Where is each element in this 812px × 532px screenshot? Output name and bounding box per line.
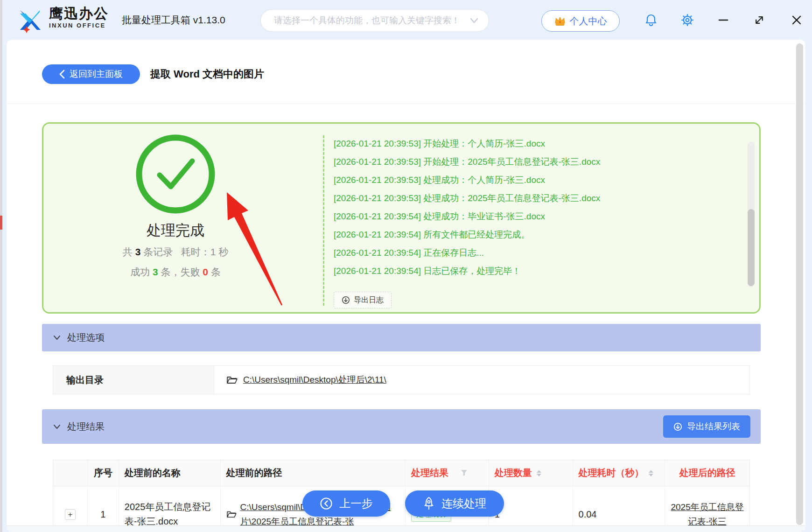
close-icon <box>791 14 803 26</box>
circle-back-icon <box>320 497 333 510</box>
row-expand-button[interactable]: + <box>65 509 76 520</box>
total-count: 3 <box>135 246 141 257</box>
header-result[interactable]: 处理结果 <box>406 460 489 486</box>
header-count[interactable]: 处理数量 <box>489 460 573 486</box>
log-line: [2026-01-21 20:39:54] 日志已保存，处理完毕！ <box>334 262 744 280</box>
table-header-row: 序号 处理前的名称 处理前的路径 处理结果 处理数量 处理耗时（秒） <box>53 460 749 486</box>
header-index: 序号 <box>88 460 119 486</box>
minimize-button[interactable] <box>714 0 733 40</box>
log-line: [2026-01-21 20:39:54] 处理成功：毕业证书-张三.docx <box>334 207 744 225</box>
minimize-icon <box>717 14 729 26</box>
header-duration[interactable]: 处理耗时（秒） <box>573 460 665 486</box>
section-header-options[interactable]: 处理选项 <box>42 324 761 351</box>
sort-icon <box>649 470 653 476</box>
chevron-down-icon <box>470 18 478 23</box>
brand-logo-icon <box>16 7 43 34</box>
brand-text: 鹰迅办公 INXUN OFFICE <box>49 6 109 30</box>
export-result-list-label: 导出结果列表 <box>687 420 740 433</box>
export-log-label: 导出日志 <box>354 295 384 305</box>
settings-gear-button[interactable] <box>678 0 697 40</box>
summary-success-fail: 成功 3 条，失败 0 条 <box>43 266 308 279</box>
summary-totals: 共 3 条记录 耗时：1 秒 <box>43 245 308 259</box>
section-header-results[interactable]: 处理结果 导出结果列表 <box>42 409 761 444</box>
folder-icon <box>226 375 238 385</box>
filter-icon <box>461 469 468 476</box>
previous-step-label: 上一步 <box>339 496 373 511</box>
log-line: [2026-01-21 20:39:53] 开始处理：个人简历-张三.docx <box>334 134 744 153</box>
notification-bell-button[interactable] <box>642 0 660 40</box>
main-panel: 返回到主面板 提取 Word 文档中的图片 处理完成 共 3 条记录 耗时：1 … <box>7 40 805 532</box>
chevron-down-icon <box>53 335 61 340</box>
process-log-list: [2026-01-21 20:39:53] 开始处理：个人简历-张三.docx … <box>334 134 744 280</box>
log-line: [2026-01-21 20:39:54] 正在保存日志... <box>334 244 744 262</box>
crown-icon <box>554 16 566 26</box>
continue-processing-button[interactable]: 连续处理 <box>405 490 504 517</box>
success-count: 3 <box>153 266 158 277</box>
log-line: [2026-01-21 20:39:53] 开始处理：2025年员工信息登记表-… <box>334 153 744 171</box>
header-expand <box>53 460 88 486</box>
header-name: 处理前的名称 <box>119 460 221 486</box>
close-button[interactable] <box>787 0 806 40</box>
user-center-button[interactable]: 个人中心 <box>541 10 620 32</box>
output-dir-row: 输出目录 C:\Users\sqmil\Desktop\处理后\2\11\ <box>53 365 750 394</box>
divider <box>7 104 805 104</box>
output-dir-link[interactable]: C:\Users\sqmil\Desktop\处理后\2\11\ <box>243 374 386 386</box>
output-dir-label: 输出目录 <box>53 366 214 394</box>
log-scrollbar-thumb[interactable] <box>748 209 755 286</box>
row-output-path-link[interactable]: 2025年员工信息登记表-张三 <box>671 500 744 529</box>
maximize-icon <box>753 14 765 26</box>
panel-bottom-strip <box>7 525 805 532</box>
bell-icon <box>645 14 657 27</box>
rocket-icon <box>423 497 435 511</box>
fail-count: 0 <box>203 266 208 277</box>
row-name: 2025年员工信息登记表-张三.docx <box>125 500 215 529</box>
export-log-button[interactable]: 导出日志 <box>334 292 392 308</box>
app-window: 鹰迅办公 INXUN OFFICE 批量处理工具箱 v1.13.0 请选择一个具… <box>0 0 812 532</box>
search-placeholder: 请选择一个具体的功能，也可输入关键字搜索！ <box>274 14 470 27</box>
chevron-down-icon <box>53 424 61 429</box>
success-check-icon <box>133 132 217 216</box>
function-search-select[interactable]: 请选择一个具体的功能，也可输入关键字搜索！ <box>260 9 489 32</box>
header-path: 处理前的路径 <box>221 460 406 486</box>
back-button-label: 返回到主面板 <box>70 68 123 80</box>
log-line: [2026-01-21 20:39:53] 处理成功：2025年员工信息登记表-… <box>334 189 744 207</box>
brand-name: 鹰迅办公 <box>49 6 109 21</box>
continue-processing-label: 连续处理 <box>441 496 486 511</box>
section-title-options: 处理选项 <box>67 331 105 344</box>
previous-step-button[interactable]: 上一步 <box>302 490 390 517</box>
log-scrollbar[interactable] <box>748 141 755 287</box>
main-scrollbar-thumb[interactable] <box>796 43 803 525</box>
gear-icon <box>681 14 694 27</box>
log-line: [2026-01-21 20:39:54] 所有文件都已经处理完成。 <box>334 225 744 244</box>
download-icon <box>673 422 682 431</box>
header-output: 处理后的路径 <box>665 460 749 486</box>
sort-icon <box>537 470 541 476</box>
result-summary-panel: 处理完成 共 3 条记录 耗时：1 秒 成功 3 条，失败 0 条 [2026-… <box>42 122 761 314</box>
brand-subtitle: INXUN OFFICE <box>49 21 109 30</box>
maximize-button[interactable] <box>750 0 769 40</box>
page-title: 提取 Word 文档中的图片 <box>150 67 264 81</box>
back-to-dashboard-button[interactable]: 返回到主面板 <box>42 64 140 84</box>
section-title-results: 处理结果 <box>67 420 105 433</box>
log-line: [2026-01-21 20:39:53] 处理成功：个人简历-张三.docx <box>334 171 744 189</box>
background-window-sliver <box>0 0 2 532</box>
status-title: 处理完成 <box>43 221 308 240</box>
folder-icon <box>226 510 237 518</box>
background-window-red-item <box>0 216 2 230</box>
divider <box>323 135 324 306</box>
results-table: 序号 处理前的名称 处理前的路径 处理结果 处理数量 处理耗时（秒） <box>53 460 750 532</box>
chevron-left-icon <box>59 70 65 79</box>
title-bar: 鹰迅办公 INXUN OFFICE 批量处理工具箱 v1.13.0 请选择一个具… <box>2 0 812 40</box>
export-result-list-button[interactable]: 导出结果列表 <box>663 415 750 438</box>
download-icon <box>342 296 350 304</box>
elapsed-time: 1 秒 <box>210 246 229 257</box>
app-title: 批量处理工具箱 v1.13.0 <box>122 0 225 40</box>
user-center-label: 个人中心 <box>570 15 607 28</box>
